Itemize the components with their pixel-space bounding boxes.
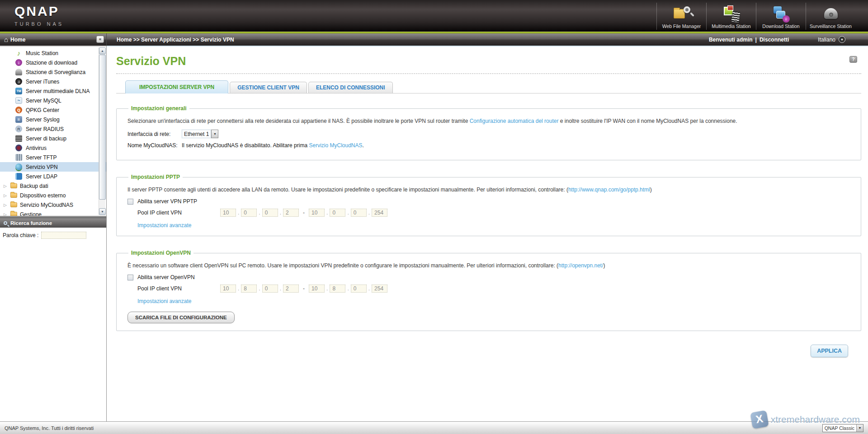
language-dropdown-icon[interactable]: ▼ xyxy=(839,36,845,43)
mycloudnas-service-link[interactable]: Servizio MyCloudNAS xyxy=(309,142,362,149)
theme-select-value: QNAP Classic xyxy=(823,425,856,431)
sidebar-header-label: Home xyxy=(10,37,25,43)
theme-select[interactable]: QNAP Classic ▼ xyxy=(822,424,863,432)
sidebar-item-mysql-server[interactable]: ~Server MySQL xyxy=(0,96,106,105)
sidebar-item-surveillance-station[interactable]: Stazione di Sorveglianza xyxy=(0,67,106,77)
sidebar-item-vpn-service[interactable]: Servizio VPN xyxy=(0,162,106,172)
expand-arrow-icon[interactable]: ▷ xyxy=(4,193,8,198)
network-interface-select[interactable]: Ethernet 1 ▼ xyxy=(182,130,218,138)
router-auto-config-link[interactable]: Configurazione automatica del router xyxy=(470,118,559,124)
tab-impostazioni-server-vpn[interactable]: IMPOSTAZIONI SERVER VPN xyxy=(125,80,228,93)
pptp-pool-start-octet-1[interactable] xyxy=(220,209,236,217)
scroll-up-icon[interactable]: ▲ xyxy=(99,47,106,54)
turbo-nas-label: TURBO NAS xyxy=(14,21,64,27)
expand-arrow-icon[interactable]: ▷ xyxy=(4,203,8,207)
folder-icon xyxy=(10,183,17,188)
openvpn-pool-end-octet-2[interactable] xyxy=(330,285,345,293)
sidebar-folder-gestione[interactable]: ▷Gestione xyxy=(0,210,106,216)
sidebar-item-syslog-server[interactable]: ≡Server Syslog xyxy=(0,115,106,124)
openvpn-advanced-settings-link[interactable]: Impostazioni avanzate xyxy=(137,298,191,304)
sidebar-item-qpkg-center[interactable]: QQPKG Center xyxy=(0,105,106,115)
sidebar-scrollbar[interactable]: ▲ ▼ xyxy=(99,47,105,215)
sidebar-item-antivirus[interactable]: Antivirus xyxy=(0,143,106,153)
mycloudnas-label: Nome MyCloudNAS: xyxy=(127,142,182,149)
function-search-title: Ricerca funzione xyxy=(10,220,52,226)
station-multimedia[interactable]: Multimedia Station xyxy=(706,3,756,30)
network-interface-value: Ethernet 1 xyxy=(182,130,211,138)
pptp-pool-start-octet-2[interactable] xyxy=(241,209,257,217)
scrollbar-thumb[interactable] xyxy=(99,55,106,200)
scroll-down-icon[interactable]: ▼ xyxy=(99,208,106,215)
title-separator xyxy=(116,73,861,74)
function-search-header: Ricerca funzione xyxy=(0,218,106,228)
pptp-pool-end-octet-4[interactable] xyxy=(372,209,387,217)
sidebar-item-itunes-server[interactable]: ♫Server iTunes xyxy=(0,77,106,86)
sidebar-item-label: Stazione di download xyxy=(26,60,77,66)
syslog-server-icon: ≡ xyxy=(15,116,22,123)
sidebar-item-tftp-server[interactable]: Server TFTP xyxy=(0,153,106,162)
welcome-text: Benvenuti admin xyxy=(709,37,753,43)
station-surveillance[interactable]: Surveillance Station xyxy=(806,3,855,30)
station-label: Multimedia Station xyxy=(712,23,750,29)
pptp-pool-end-octet-3[interactable] xyxy=(351,209,367,217)
pptp-enable-checkbox[interactable] xyxy=(127,199,133,205)
openvpn-info-link[interactable]: http://openvpn.net/ xyxy=(558,262,603,269)
pptp-settings-legend: Impostazioni PPTP xyxy=(128,174,183,180)
language-selector[interactable]: Italiano ▼ xyxy=(818,36,845,43)
sidebar-item-label: Stazione di Sorveglianza xyxy=(26,69,85,75)
help-icon[interactable]: ? xyxy=(849,56,857,63)
openvpn-pool-start-octet-1[interactable] xyxy=(220,285,236,293)
pptp-pool-end-octet-1[interactable] xyxy=(309,209,325,217)
music-station-icon: ♪ xyxy=(15,50,22,56)
sidebar-folder-dispositivo-esterno[interactable]: ▷Dispositivo esterno xyxy=(0,191,106,200)
sidebar-item-download-station[interactable]: ↓Stazione di download xyxy=(0,58,106,67)
sidebar-item-label: Server iTunes xyxy=(26,79,59,85)
pptp-advanced-settings-link[interactable]: Impostazioni avanzate xyxy=(137,222,191,229)
openvpn-pool-end-octet-4[interactable] xyxy=(372,285,387,293)
station-web-file-manager[interactable]: Web File Manager xyxy=(656,3,706,30)
range-dash: - xyxy=(303,285,305,292)
description-text: È necessario un software client OpenVPN … xyxy=(127,262,558,269)
sidebar-item-radius-server[interactable]: RServer RADIUS xyxy=(0,124,106,134)
openvpn-enable-checkbox[interactable] xyxy=(127,275,133,280)
sidebar-item-dlna-server[interactable]: TMServer multimediale DLNA xyxy=(0,86,106,96)
expand-arrow-icon[interactable]: ▷ xyxy=(4,184,8,188)
pptp-info-link[interactable]: http://www.qnap.com/go/pptp.html xyxy=(568,187,650,193)
chevron-down-icon[interactable]: ▼ xyxy=(856,425,863,432)
sidebar-item-label: Music Station xyxy=(26,50,58,56)
openvpn-pool-end-octet-1[interactable] xyxy=(309,285,325,293)
ip-dot: . xyxy=(259,285,260,292)
openvpn-settings-legend: Impostazioni OpenVPN xyxy=(128,250,193,256)
logout-link[interactable]: Disconnetti xyxy=(760,37,789,43)
apply-button[interactable]: APPLICA xyxy=(811,345,848,357)
ip-dot: . xyxy=(326,285,328,292)
tab-gestione-client-vpn[interactable]: GESTIONE CLIENT VPN xyxy=(230,82,307,93)
openvpn-pool-end-octet-3[interactable] xyxy=(351,285,367,293)
chevron-down-icon[interactable]: ▼ xyxy=(211,130,218,138)
station-download[interactable]: ↓ Download Station xyxy=(756,3,806,30)
surveillance-station-icon xyxy=(15,69,22,75)
pptp-pool-start-octet-3[interactable] xyxy=(262,209,278,217)
openvpn-settings-section: Impostazioni OpenVPN È necessario un sof… xyxy=(116,250,861,331)
openvpn-pool-start-octet-3[interactable] xyxy=(262,285,278,293)
qnap-logo: QNAP TURBO NAS xyxy=(14,4,64,27)
folder-icon xyxy=(10,193,17,198)
expand-arrow-icon[interactable]: ▷ xyxy=(4,212,8,216)
sidebar-item-ldap-server[interactable]: Server LDAP xyxy=(0,172,106,181)
keyword-input[interactable] xyxy=(41,232,86,239)
openvpn-pool-start-octet-4[interactable] xyxy=(283,285,299,293)
pptp-pool-start-octet-4[interactable] xyxy=(283,209,299,217)
download-config-button[interactable]: SCARICA FILE DI CONFIGURAZIONE xyxy=(127,312,235,323)
openvpn-pool-row: Pool IP client VPN ... - ... xyxy=(127,285,852,293)
multimedia-station-icon xyxy=(721,5,742,23)
sidebar-item-backup-server[interactable]: Server di backup xyxy=(0,134,106,143)
tab-elenco-di-connessioni[interactable]: ELENCO DI CONNESSIONI xyxy=(308,82,393,93)
sidebar-item-music-station[interactable]: ♪Music Station xyxy=(0,48,106,58)
description-text: Selezionare un'interfaccia di rete per c… xyxy=(127,118,470,124)
openvpn-pool-start-octet-2[interactable] xyxy=(241,285,257,293)
sidebar-folder-backup-dati[interactable]: ▷Backup dati xyxy=(0,181,106,191)
sidebar-collapse-button[interactable]: « xyxy=(96,36,104,43)
sidebar-folder-mycloudnas[interactable]: ▷Servizio MyCloudNAS xyxy=(0,200,106,210)
sidebar-tree: ♪Music Station ↓Stazione di download Sta… xyxy=(0,47,106,216)
pptp-pool-end-octet-2[interactable] xyxy=(330,209,345,217)
